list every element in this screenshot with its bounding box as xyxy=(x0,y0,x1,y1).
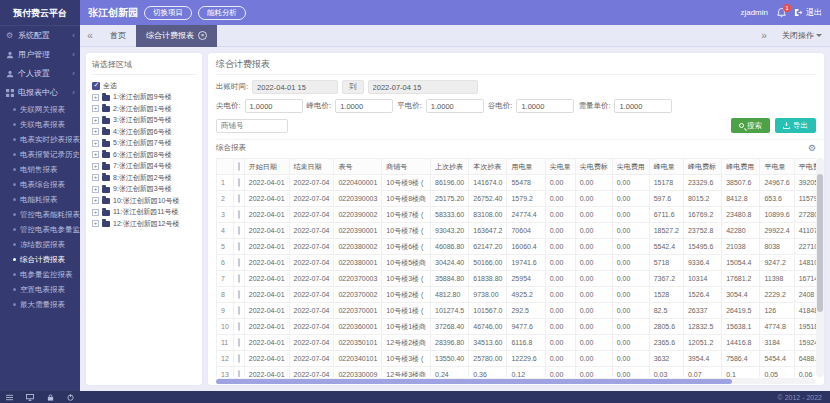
sidebar-subitem[interactable]: 空置电表报表 xyxy=(0,282,80,297)
tree-node[interactable]: +4:张江创新园6号楼 xyxy=(92,126,196,138)
select-all-row[interactable]: 全选 xyxy=(92,80,196,92)
sidebar-item-report-center[interactable]: 电报表中心 ‹ xyxy=(0,83,80,102)
folder-icon xyxy=(102,198,110,204)
sidebar-item-personal-settings[interactable]: 个人设置 ‹ xyxy=(0,64,80,83)
expand-icon[interactable]: + xyxy=(92,105,99,112)
sidebar-subitem[interactable]: 冻结数据报表 xyxy=(0,237,80,252)
column-header: 结束日期 xyxy=(289,159,334,175)
price-input[interactable] xyxy=(335,99,393,113)
sidebar-subitem[interactable]: 失联电表报表 xyxy=(0,117,80,132)
price-input[interactable] xyxy=(426,99,484,113)
row-checkbox[interactable] xyxy=(238,306,240,315)
vertical-scrollbar-thumb[interactable] xyxy=(817,174,823,312)
close-tab-icon[interactable]: × xyxy=(198,31,207,40)
horizontal-scrollbar[interactable] xyxy=(216,378,816,384)
expand-icon[interactable]: + xyxy=(92,174,99,181)
chevron-left-icon: ‹ xyxy=(72,50,75,59)
tree-node[interactable]: +3:张江创新园5号楼 xyxy=(92,115,196,127)
sidebar-subitem[interactable]: 失联网关报表 xyxy=(0,102,80,117)
row-checkbox[interactable] xyxy=(238,226,240,235)
tree-node[interactable]: +7:张江创新园4号楼 xyxy=(92,161,196,173)
price-input[interactable] xyxy=(614,99,672,113)
expand-icon[interactable]: + xyxy=(92,117,99,124)
lock-icon[interactable] xyxy=(47,394,54,401)
sidebar-submenu: 失联网关报表失联电表报表电表实时抄表报表电表报警记录历史报表电销售报表电表综合报… xyxy=(0,102,80,312)
tabs-scroll-right-icon[interactable]: » xyxy=(754,30,774,41)
row-checkbox[interactable] xyxy=(238,290,240,299)
row-checkbox[interactable] xyxy=(238,194,240,203)
date-to-input[interactable] xyxy=(368,80,478,94)
logout-button[interactable]: 退出 xyxy=(794,7,822,18)
expand-icon[interactable]: + xyxy=(92,128,99,135)
sidebar-subitem[interactable]: 电表实时抄表报表 xyxy=(0,132,80,147)
tree-panel-title: 请选择区域 xyxy=(92,59,196,75)
row-checkbox[interactable] xyxy=(238,178,240,187)
row-checkbox[interactable] xyxy=(238,354,240,363)
export-button[interactable]: 导出 xyxy=(775,118,816,133)
sidebar-item-system-config[interactable]: ⚙ 系统配置 ‹ xyxy=(0,26,80,45)
tab-home[interactable]: 首页 xyxy=(100,25,136,47)
row-checkbox[interactable] xyxy=(238,322,240,331)
sidebar-subitem[interactable]: 管控电表电参量监控 xyxy=(0,222,80,237)
row-checkbox[interactable] xyxy=(238,258,240,267)
tree-node[interactable]: +10:张江创新园10号楼 xyxy=(92,195,196,207)
expand-icon[interactable]: + xyxy=(92,163,99,170)
tree-node[interactable]: +2:张江创新园1号楼 xyxy=(92,103,196,115)
row-checkbox[interactable] xyxy=(238,210,240,219)
row-checkbox[interactable] xyxy=(238,338,240,347)
tree-node[interactable]: +12:张江创新园12号楼 xyxy=(92,218,196,230)
vertical-scrollbar[interactable] xyxy=(816,158,824,377)
expand-icon[interactable]: + xyxy=(92,94,99,101)
expand-icon[interactable]: + xyxy=(92,209,99,216)
row-checkbox[interactable] xyxy=(238,274,240,283)
sidebar-subitem[interactable]: 综合计费报表 xyxy=(0,252,80,267)
bullet-icon xyxy=(13,123,16,126)
price-input[interactable] xyxy=(516,99,574,113)
sidebar-subitem[interactable]: 管控电表能耗报表 xyxy=(0,207,80,222)
expand-icon[interactable]: + xyxy=(92,197,99,204)
power-icon[interactable] xyxy=(67,394,74,401)
sidebar-subitem[interactable]: 电表报警记录历史报表 xyxy=(0,147,80,162)
sidebar-subitem[interactable]: 电销售报表 xyxy=(0,162,80,177)
horizontal-scrollbar-thumb[interactable] xyxy=(216,379,732,384)
expand-icon[interactable]: + xyxy=(92,220,99,227)
bullet-icon xyxy=(13,138,16,141)
close-operations-dropdown[interactable]: 关闭操作 xyxy=(782,30,822,41)
sidebar-subitem[interactable]: 电能耗报表 xyxy=(0,192,80,207)
monitor-icon[interactable] xyxy=(26,394,34,401)
sidebar-subitem[interactable]: 最大需量报表 xyxy=(0,297,80,312)
table-settings-gear-icon[interactable]: ⚙ xyxy=(808,144,816,153)
date-from-input[interactable] xyxy=(252,80,338,94)
sidebar-subitem[interactable]: 电表综合报表 xyxy=(0,177,80,192)
tree-node[interactable]: +6:张江创新园8号楼 xyxy=(92,149,196,161)
sidebar-subitem[interactable]: 电参量监控报表 xyxy=(0,267,80,282)
chevron-left-icon: ‹ xyxy=(72,88,75,97)
shop-number-input[interactable] xyxy=(216,119,288,133)
tree-node[interactable]: +1:张江创新园9号楼 xyxy=(92,92,196,104)
expand-icon[interactable]: + xyxy=(92,151,99,158)
expand-icon[interactable]: + xyxy=(92,186,99,193)
tree-node[interactable]: +5:张江创新园7号楼 xyxy=(92,138,196,150)
tree-node[interactable]: +8:张江创新园2号楼 xyxy=(92,172,196,184)
notification-bell-icon[interactable]: 1 xyxy=(774,6,788,20)
tabs-scroll-left-icon[interactable]: « xyxy=(80,30,100,41)
sidebar-item-user-management[interactable]: 用户管理 ‹ xyxy=(0,45,80,64)
price-input[interactable] xyxy=(245,99,303,113)
folder-icon xyxy=(102,164,110,170)
expand-icon[interactable]: + xyxy=(92,140,99,147)
energy-analysis-button[interactable]: 能耗分析 xyxy=(198,6,246,20)
search-button[interactable]: 搜索 xyxy=(731,118,770,133)
tree-node[interactable]: +9:张江创新园3号楼 xyxy=(92,184,196,196)
row-checkbox[interactable] xyxy=(238,242,240,251)
profile-icon xyxy=(5,69,14,78)
switch-project-button[interactable]: 切换项目 xyxy=(144,6,192,20)
select-all-rows-checkbox[interactable] xyxy=(238,162,240,171)
select-all-checkbox[interactable] xyxy=(92,82,100,90)
table-row: 82022-04-012022-07-04022037000210号楼2楼 (4… xyxy=(217,287,817,303)
tab-billing-report[interactable]: 综合计费报表 × xyxy=(136,25,217,47)
tree-node[interactable]: +11:张江创新园11号楼 xyxy=(92,207,196,219)
column-header: 用电量 xyxy=(507,159,545,175)
row-checkbox[interactable] xyxy=(238,370,240,377)
menu-icon[interactable] xyxy=(6,394,13,401)
caret-down-icon xyxy=(816,34,822,37)
